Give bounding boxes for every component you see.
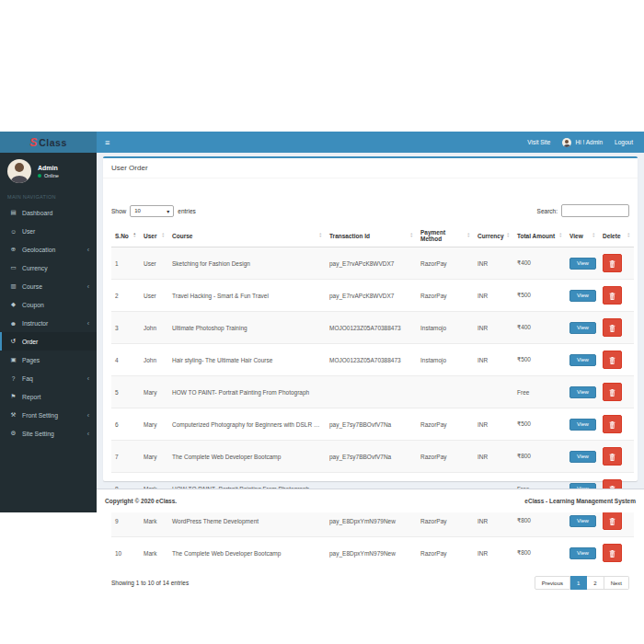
view-button[interactable]: View [569, 515, 596, 527]
table-row: 3 John Ultimate Photoshop Training MOJO0… [111, 312, 634, 344]
cell-total-amount: ₹500 [513, 344, 566, 376]
view-button[interactable]: View [569, 451, 596, 463]
chevron-left-icon: ‹ [87, 320, 89, 327]
sidebar-item-instructor[interactable]: ☻ Instructor ‹ [0, 314, 97, 332]
entries-length-control: Show 10 ▾ entries [111, 205, 196, 217]
cell-sno: 6 [111, 408, 140, 441]
column-header-total-amount[interactable]: Total Amount▲▼ [513, 225, 566, 247]
cell-transaction-id: MOJO0123Z05A70388473 [326, 344, 417, 376]
trash-icon [609, 260, 615, 268]
pagination-page-2[interactable]: 2 [587, 576, 604, 590]
pages-icon: ▣ [9, 356, 17, 363]
logout-link[interactable]: Logout [615, 139, 633, 145]
column-header-view[interactable]: View▲▼ [566, 225, 599, 247]
cell-currency: INR [474, 247, 513, 280]
sidebar-item-faq[interactable]: ? Faq ‹ [0, 369, 97, 387]
view-button[interactable]: View [569, 322, 596, 334]
table-row: 6 Mary Computerized Photography for Begi… [111, 408, 634, 441]
sidebar-item-geolocation[interactable]: ⊕ Geolocation ‹ [0, 240, 97, 259]
sidebar-item-site-setting[interactable]: ⚙ Site Setting ‹ [0, 424, 97, 443]
cell-currency: INR [474, 537, 513, 569]
sort-icon: ▲▼ [558, 233, 562, 238]
screenshot-canvas: S Class ≡ Visit Site Hi ! Admin Logout [0, 0, 644, 644]
cell-sno: 1 [111, 247, 140, 280]
cell-currency [474, 376, 513, 408]
sidebar-toggle-icon[interactable]: ≡ [97, 138, 118, 147]
sort-icon: ▲▼ [409, 233, 413, 238]
cell-user: Mary [140, 408, 168, 441]
delete-button[interactable] [603, 447, 622, 466]
brand-logo-icon: S [29, 137, 37, 148]
sidebar-item-report[interactable]: ⚑ Report [0, 387, 97, 406]
sidebar-item-front-setting[interactable]: ⚒ Front Setting ‹ [0, 406, 97, 424]
cell-transaction-id [326, 376, 417, 408]
sidebar-item-pages[interactable]: ▣ Pages [0, 351, 97, 369]
view-button[interactable]: View [569, 419, 596, 431]
delete-button[interactable] [603, 351, 622, 369]
navbar: ≡ Visit Site Hi ! Admin Logout [97, 132, 644, 153]
sidebar-item-order[interactable]: ↺ Order [0, 332, 97, 351]
delete-button[interactable] [603, 544, 622, 562]
cell-course: HOW TO PAINT- Portrait Painting From Pho… [168, 376, 326, 408]
cell-total-amount: ₹500 [513, 280, 566, 312]
delete-button[interactable] [603, 286, 622, 305]
avatar [562, 138, 571, 147]
visit-site-link[interactable]: Visit Site [527, 139, 550, 145]
show-label: Show [111, 208, 126, 214]
delete-button[interactable] [603, 383, 622, 401]
trash-icon [609, 454, 615, 461]
delete-button[interactable] [603, 318, 622, 337]
column-header-s-no[interactable]: S.No▲▼ [111, 225, 140, 247]
avatar [7, 159, 31, 183]
admin-app: S Class ≡ Visit Site Hi ! Admin Logout [0, 132, 644, 512]
trash-icon [609, 389, 615, 397]
cell-course: Ultimate Photoshop Training [168, 312, 326, 344]
entries-select-value: 10 [134, 208, 141, 213]
cell-user: John [140, 344, 168, 376]
box-body: Show 10 ▾ entries Search: [103, 178, 638, 597]
pagination-previous[interactable]: Previous [535, 576, 570, 590]
sidebar-item-user[interactable]: ☺ User [0, 222, 97, 240]
column-header-user[interactable]: User▲▼ [140, 225, 168, 247]
chevron-left-icon: ‹ [87, 375, 89, 382]
sidebar-item-coupon[interactable]: ◆ Coupon [0, 295, 97, 314]
sidebar-item-currency[interactable]: ▭ Currency [0, 259, 97, 277]
cell-course: Hair styling- The Ultimate Hair Course [168, 344, 326, 376]
user-greeting: Hi ! Admin [575, 139, 603, 145]
search-input[interactable] [561, 204, 629, 217]
pagination-page-1[interactable]: 1 [570, 576, 587, 590]
column-header-delete[interactable]: Delete▲▼ [599, 225, 634, 247]
cell-total-amount: ₹800 [513, 537, 566, 569]
table-info: Showing 1 to 10 of 14 entries [111, 580, 189, 586]
sort-icon: ▲▼ [161, 233, 165, 238]
view-button[interactable]: View [569, 354, 596, 366]
cell-user: Mary [140, 376, 168, 408]
column-header-course[interactable]: Course▲▼ [168, 225, 326, 247]
pagination-next[interactable]: Next [604, 576, 629, 590]
entries-select[interactable]: 10 ▾ [130, 205, 174, 217]
delete-button[interactable] [603, 254, 622, 272]
brand-logo[interactable]: S Class [0, 132, 97, 153]
view-button[interactable]: View [569, 258, 596, 270]
user-menu[interactable]: Hi ! Admin [562, 138, 603, 147]
column-header-transaction-id[interactable]: Transaction Id▲▼ [326, 225, 417, 247]
table-row: 1 User Sketching for Fashion Design pay_… [111, 247, 634, 280]
delete-button[interactable] [603, 512, 622, 530]
delete-button[interactable] [603, 415, 622, 433]
trash-icon [609, 325, 615, 332]
view-button[interactable]: View [569, 547, 596, 559]
view-button[interactable]: View [569, 290, 596, 302]
chevron-left-icon: ‹ [87, 412, 89, 419]
column-header-currency[interactable]: Currency▲▼ [474, 225, 513, 247]
sort-icon: ▲▼ [506, 233, 510, 238]
sidebar-item-dashboard[interactable]: ▤ Dashboard [0, 203, 97, 222]
cell-payment-method: RazorPay [417, 441, 474, 473]
table-row: 5 Mary HOW TO PAINT- Portrait Painting F… [111, 376, 634, 408]
cell-currency: INR [474, 312, 513, 344]
view-button[interactable]: View [569, 386, 596, 398]
user-order-box: User Order Show 10 ▾ entries Search: [103, 156, 638, 481]
cell-currency: INR [474, 280, 513, 312]
sidebar-item-course[interactable]: ▥ Course ‹ [0, 277, 97, 295]
cell-payment-method: RazorPay [417, 408, 474, 441]
column-header-payment-method[interactable]: Payment Method▲▼ [417, 225, 474, 247]
